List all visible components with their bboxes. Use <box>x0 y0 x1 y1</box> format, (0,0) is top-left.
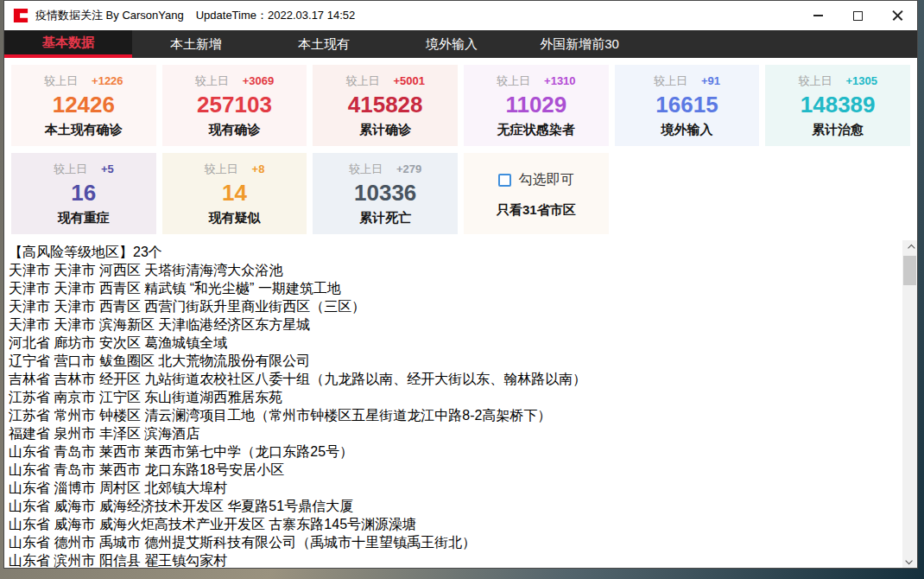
stat-delta-label: 较上日 <box>205 163 238 175</box>
list-item: 辽宁省 营口市 鲅鱼圈区 北大荒物流股份有限公司 <box>9 352 902 370</box>
stat-card: 较上日 +5001 415828 累计确诊 <box>313 65 458 146</box>
stat-delta-row: 较上日 +5 <box>54 163 114 175</box>
stat-value: 11029 <box>505 93 566 116</box>
province-filter-card: 勾选即可 只看31省市区 <box>464 153 609 234</box>
stat-card: 较上日 +5 16 现有重症 <box>11 153 156 234</box>
tab-item[interactable]: 外国新增前30 <box>516 30 643 58</box>
stat-delta-value: +1310 <box>544 75 576 86</box>
stat-delta-row: 较上日 +91 <box>654 75 720 86</box>
list-item: 天津市 天津市 河西区 天塔街清海湾大众浴池 <box>9 261 902 279</box>
stat-card: 较上日 +3069 257103 现有确诊 <box>162 65 307 146</box>
stat-value: 415828 <box>348 93 423 116</box>
stat-label: 本土现有确诊 <box>45 123 123 136</box>
stats-row-2: 较上日 +5 16 现有重症 较上日 +8 14 现有疑似 <box>11 153 910 234</box>
title-bar: 疫情数据关注 By CarsonYangUpdateTime：2022.03.1… <box>4 1 917 30</box>
list-item: 山东省 滨州市 阳信县 翟王镇勾家村 <box>9 551 902 568</box>
list-item: 江苏省 南京市 江宁区 东山街道湖西雅居东苑 <box>9 388 902 406</box>
list-item: 山东省 青岛市 莱西市 龙口东路18号安居小区 <box>9 461 902 479</box>
stat-card: 较上日 +1305 148389 累计治愈 <box>765 65 910 146</box>
list-item: 福建省 泉州市 丰泽区 滨海酒店 <box>9 424 902 442</box>
stat-delta-value: +8 <box>252 163 265 175</box>
stat-delta-label: 较上日 <box>654 75 687 86</box>
close-button[interactable] <box>877 1 917 30</box>
stat-delta-row: 较上日 +3069 <box>195 75 275 86</box>
stat-delta-value: +1305 <box>845 75 877 86</box>
risk-area-list: 【高风险等级地区】23个 天津市 天津市 河西区 天塔街清海湾大众浴池 天津市 … <box>4 240 917 568</box>
list-item: 山东省 青岛市 莱西市 莱西市第七中学（龙口东路25号） <box>9 442 902 461</box>
stat-card: 较上日 +8 14 现有疑似 <box>162 153 307 234</box>
list-header: 【高风险等级地区】23个 <box>9 243 902 261</box>
list-item: 山东省 威海市 威海经济技术开发区 华夏路51号鼎信大厦 <box>9 497 902 515</box>
app-title-text: 疫情数据关注 By CarsonYang <box>35 9 184 22</box>
minimize-button[interactable] <box>798 1 838 30</box>
list-item: 吉林省 吉林市 经开区 九站街道农校社区八委十组（九龙路以南、经开大街以东、翰林… <box>9 370 902 388</box>
tab-bar: 基本数据 本土新增 本土现有 境外输入 外国新增前30 <box>4 30 917 58</box>
stat-value: 12426 <box>53 93 115 116</box>
scroll-up-button[interactable] <box>902 240 917 255</box>
vertical-scrollbar[interactable] <box>902 240 917 568</box>
stat-label: 累计治愈 <box>812 123 864 136</box>
stat-delta-label: 较上日 <box>54 163 87 175</box>
stats-section: 较上日 +1226 12426 本土现有确诊 较上日 +3069 257103 … <box>4 58 917 240</box>
app-logo-icon <box>13 8 28 23</box>
minimize-icon <box>813 15 823 16</box>
stat-delta-label: 较上日 <box>497 75 530 86</box>
stat-value: 16 <box>71 181 96 204</box>
tab-item[interactable]: 基本数据 <box>4 30 132 58</box>
stat-label: 现有重症 <box>58 211 110 224</box>
update-time-text: UpdateTime：2022.03.17 14:52 <box>196 9 356 22</box>
maximize-icon <box>853 11 863 21</box>
stat-value: 148389 <box>801 93 876 116</box>
stat-value: 10336 <box>354 181 416 204</box>
list-item: 山东省 淄博市 周村区 北郊镇大埠村 <box>9 479 902 497</box>
scroll-down-button[interactable] <box>902 553 917 568</box>
stat-card: 较上日 +279 10336 累计死亡 <box>313 153 458 234</box>
chevron-up-icon <box>908 244 915 251</box>
stat-delta-label: 较上日 <box>349 163 383 175</box>
stat-value: 16615 <box>655 93 718 116</box>
stat-delta-row: 较上日 +1305 <box>798 75 877 86</box>
stat-value: 257103 <box>197 93 272 116</box>
stat-label: 累计死亡 <box>359 211 411 224</box>
stat-label: 累计确诊 <box>359 123 411 136</box>
stat-label: 境外输入 <box>661 123 712 136</box>
list-item: 河北省 廊坊市 安次区 葛渔城镇全域 <box>9 334 902 352</box>
stat-delta-row: 较上日 +279 <box>349 163 421 175</box>
province-filter-checkbox[interactable] <box>498 174 511 187</box>
stat-delta-row: 较上日 +8 <box>205 163 265 175</box>
stat-delta-label: 较上日 <box>798 75 832 86</box>
stat-card: 较上日 +91 16615 境外输入 <box>615 65 760 146</box>
stat-delta-value: +1226 <box>92 75 123 86</box>
stat-delta-label: 较上日 <box>345 75 379 86</box>
list-item: 江苏省 常州市 钟楼区 清云澜湾项目工地（常州市钟楼区五星街道龙江中路8-2高架… <box>9 406 902 424</box>
maximize-button[interactable] <box>838 1 877 30</box>
stat-delta-label: 较上日 <box>44 75 78 86</box>
list-item: 山东省 威海市 威海火炬高技术产业开发区 古寨东路145号渊源澡塘 <box>9 515 902 533</box>
list-items: 天津市 天津市 河西区 天塔街清海湾大众浴池 天津市 天津市 西青区 精武镇 “… <box>9 261 902 568</box>
stat-delta-row: 较上日 +5001 <box>345 75 425 86</box>
stats-row-1: 较上日 +1226 12426 本土现有确诊 较上日 +3069 257103 … <box>11 65 910 146</box>
stat-card: 较上日 +1226 12426 本土现有确诊 <box>11 65 156 146</box>
stat-delta-row: 较上日 +1310 <box>497 75 576 86</box>
stat-delta-row: 较上日 +1226 <box>44 75 123 86</box>
window-title: 疫情数据关注 By CarsonYangUpdateTime：2022.03.1… <box>35 8 355 23</box>
close-icon <box>892 10 903 22</box>
stat-card: 较上日 +1310 11029 无症状感染者 <box>464 65 609 146</box>
tab-item[interactable]: 境外输入 <box>388 30 516 58</box>
chevron-down-icon <box>905 557 912 563</box>
list-item: 天津市 天津市 西青区 西营门街跃升里商业街西区（三区） <box>9 297 902 315</box>
province-filter-row: 勾选即可 <box>498 171 574 189</box>
province-filter-label: 只看31省市区 <box>497 203 576 216</box>
province-filter-checkbox-label: 勾选即可 <box>519 171 574 189</box>
tab-item[interactable]: 本土现有 <box>260 30 388 58</box>
scrollbar-thumb[interactable] <box>903 256 916 285</box>
stat-value: 14 <box>222 181 247 204</box>
list-item: 天津市 天津市 滨海新区 天津临港经济区东方星城 <box>9 315 902 334</box>
list-item: 天津市 天津市 西青区 精武镇 “和光尘樾” 一期建筑工地 <box>9 279 902 297</box>
stat-delta-value: +5 <box>101 163 114 175</box>
list-item: 山东省 德州市 禹城市 德州提艾斯科技有限公司（禹城市十里望镇禹王街北） <box>9 533 902 551</box>
stat-label: 无症状感染者 <box>497 123 575 136</box>
tab-item[interactable]: 本土新增 <box>132 30 260 58</box>
stat-delta-value: +3069 <box>243 75 275 86</box>
stat-delta-label: 较上日 <box>195 75 229 86</box>
